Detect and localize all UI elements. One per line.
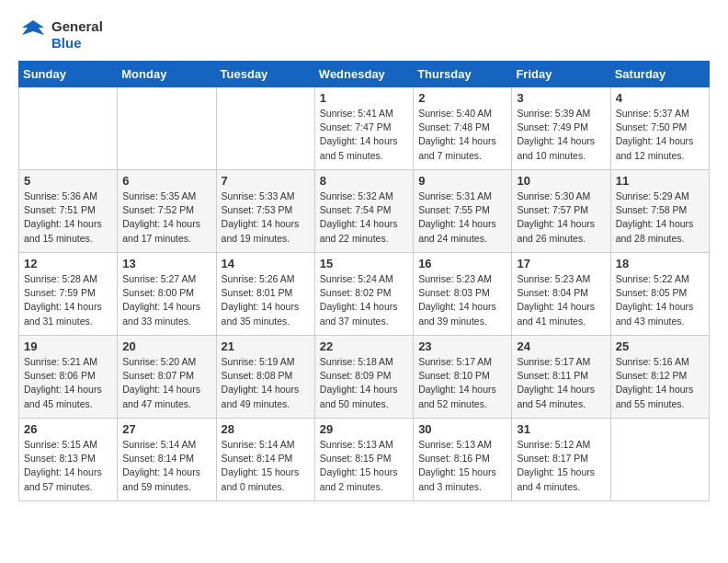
day-number: 7 bbox=[222, 174, 310, 188]
day-info: Sunrise: 5:24 AMSunset: 8:02 PMDaylight:… bbox=[320, 272, 408, 328]
day-info: Sunrise: 5:26 AMSunset: 8:01 PMDaylight:… bbox=[222, 272, 310, 328]
calendar-day-cell: 19Sunrise: 5:21 AMSunset: 8:06 PMDayligh… bbox=[19, 336, 118, 419]
calendar-day-cell: 13Sunrise: 5:27 AMSunset: 8:00 PMDayligh… bbox=[118, 253, 216, 336]
calendar-week-row: 1Sunrise: 5:41 AMSunset: 7:47 PMDaylight… bbox=[19, 87, 710, 170]
calendar-day-cell: 14Sunrise: 5:26 AMSunset: 8:01 PMDayligh… bbox=[216, 253, 314, 336]
day-info: Sunrise: 5:17 AMSunset: 8:10 PMDaylight:… bbox=[418, 355, 506, 411]
calendar-day-cell bbox=[118, 87, 216, 170]
calendar-day-cell: 29Sunrise: 5:13 AMSunset: 8:15 PMDayligh… bbox=[314, 419, 413, 501]
logo-bird-icon bbox=[18, 18, 48, 52]
calendar-day-cell: 1Sunrise: 5:41 AMSunset: 7:47 PMDaylight… bbox=[314, 87, 413, 170]
day-number: 3 bbox=[517, 91, 605, 105]
day-number: 17 bbox=[517, 257, 605, 270]
day-info: Sunrise: 5:21 AMSunset: 8:06 PMDaylight:… bbox=[24, 355, 112, 411]
day-number: 21 bbox=[222, 339, 310, 353]
day-info: Sunrise: 5:12 AMSunset: 8:17 PMDaylight:… bbox=[517, 438, 605, 494]
calendar-day-cell: 18Sunrise: 5:22 AMSunset: 8:05 PMDayligh… bbox=[610, 253, 709, 336]
calendar-day-cell bbox=[610, 419, 709, 501]
day-info: Sunrise: 5:32 AMSunset: 7:54 PMDaylight:… bbox=[320, 190, 408, 246]
day-info: Sunrise: 5:35 AMSunset: 7:52 PMDaylight:… bbox=[122, 190, 210, 246]
calendar-day-cell: 17Sunrise: 5:23 AMSunset: 8:04 PMDayligh… bbox=[512, 253, 610, 336]
day-info: Sunrise: 5:33 AMSunset: 7:53 PMDaylight:… bbox=[222, 190, 310, 246]
logo-text: General Blue bbox=[51, 18, 103, 52]
day-number: 18 bbox=[616, 257, 704, 270]
day-info: Sunrise: 5:36 AMSunset: 7:51 PMDaylight:… bbox=[24, 190, 112, 246]
calendar-day-cell: 5Sunrise: 5:36 AMSunset: 7:51 PMDaylight… bbox=[19, 170, 118, 253]
day-info: Sunrise: 5:14 AMSunset: 8:14 PMDaylight:… bbox=[222, 438, 310, 494]
day-number: 13 bbox=[122, 257, 210, 270]
day-number: 5 bbox=[24, 174, 112, 188]
calendar-day-cell: 30Sunrise: 5:13 AMSunset: 8:16 PMDayligh… bbox=[414, 419, 512, 501]
day-info: Sunrise: 5:30 AMSunset: 7:57 PMDaylight:… bbox=[517, 190, 605, 246]
day-number: 23 bbox=[418, 339, 506, 353]
day-info: Sunrise: 5:27 AMSunset: 8:00 PMDaylight:… bbox=[122, 272, 210, 328]
day-info: Sunrise: 5:19 AMSunset: 8:08 PMDaylight:… bbox=[222, 355, 310, 411]
day-number: 12 bbox=[24, 257, 112, 270]
calendar-day-cell bbox=[216, 87, 314, 170]
calendar-day-cell: 3Sunrise: 5:39 AMSunset: 7:49 PMDaylight… bbox=[512, 87, 610, 170]
day-number: 15 bbox=[320, 257, 408, 270]
calendar-day-cell: 15Sunrise: 5:24 AMSunset: 8:02 PMDayligh… bbox=[314, 253, 413, 336]
day-number: 10 bbox=[517, 174, 605, 188]
calendar-body: 1Sunrise: 5:41 AMSunset: 7:47 PMDaylight… bbox=[19, 87, 710, 501]
calendar-day-cell: 23Sunrise: 5:17 AMSunset: 8:10 PMDayligh… bbox=[414, 336, 512, 419]
day-info: Sunrise: 5:22 AMSunset: 8:05 PMDaylight:… bbox=[616, 272, 704, 328]
calendar-header-cell: Thursday bbox=[414, 62, 512, 87]
day-number: 25 bbox=[616, 339, 704, 353]
calendar-header-cell: Monday bbox=[118, 62, 216, 87]
day-number: 14 bbox=[222, 257, 310, 270]
day-info: Sunrise: 5:31 AMSunset: 7:55 PMDaylight:… bbox=[418, 190, 506, 246]
day-info: Sunrise: 5:40 AMSunset: 7:48 PMDaylight:… bbox=[418, 107, 506, 163]
day-info: Sunrise: 5:13 AMSunset: 8:15 PMDaylight:… bbox=[320, 438, 408, 494]
day-info: Sunrise: 5:23 AMSunset: 8:03 PMDaylight:… bbox=[418, 272, 506, 328]
calendar-day-cell: 20Sunrise: 5:20 AMSunset: 8:07 PMDayligh… bbox=[118, 336, 216, 419]
day-number: 24 bbox=[517, 339, 605, 353]
calendar-week-row: 5Sunrise: 5:36 AMSunset: 7:51 PMDaylight… bbox=[19, 170, 710, 253]
day-number: 20 bbox=[122, 339, 210, 353]
day-number: 9 bbox=[418, 174, 506, 188]
calendar-header-cell: Saturday bbox=[610, 62, 709, 87]
calendar-day-cell: 16Sunrise: 5:23 AMSunset: 8:03 PMDayligh… bbox=[414, 253, 512, 336]
day-info: Sunrise: 5:39 AMSunset: 7:49 PMDaylight:… bbox=[517, 107, 605, 163]
calendar-day-cell: 10Sunrise: 5:30 AMSunset: 7:57 PMDayligh… bbox=[512, 170, 610, 253]
calendar-day-cell: 7Sunrise: 5:33 AMSunset: 7:53 PMDaylight… bbox=[216, 170, 314, 253]
day-number: 30 bbox=[418, 422, 506, 436]
day-number: 1 bbox=[320, 91, 408, 105]
day-info: Sunrise: 5:37 AMSunset: 7:50 PMDaylight:… bbox=[616, 107, 704, 163]
day-info: Sunrise: 5:17 AMSunset: 8:11 PMDaylight:… bbox=[517, 355, 605, 411]
calendar-header-row: SundayMondayTuesdayWednesdayThursdayFrid… bbox=[19, 62, 710, 87]
day-number: 8 bbox=[320, 174, 408, 188]
day-info: Sunrise: 5:14 AMSunset: 8:14 PMDaylight:… bbox=[122, 438, 210, 494]
calendar-day-cell: 11Sunrise: 5:29 AMSunset: 7:58 PMDayligh… bbox=[610, 170, 709, 253]
day-info: Sunrise: 5:13 AMSunset: 8:16 PMDaylight:… bbox=[418, 438, 506, 494]
svg-marker-0 bbox=[22, 20, 44, 35]
calendar-header-cell: Sunday bbox=[19, 62, 118, 87]
calendar-header-cell: Wednesday bbox=[314, 62, 413, 87]
logo: General Blue bbox=[18, 18, 103, 52]
calendar-week-row: 19Sunrise: 5:21 AMSunset: 8:06 PMDayligh… bbox=[19, 336, 710, 419]
day-info: Sunrise: 5:16 AMSunset: 8:12 PMDaylight:… bbox=[616, 355, 704, 411]
day-info: Sunrise: 5:20 AMSunset: 8:07 PMDaylight:… bbox=[122, 355, 210, 411]
day-info: Sunrise: 5:41 AMSunset: 7:47 PMDaylight:… bbox=[320, 107, 408, 163]
day-info: Sunrise: 5:29 AMSunset: 7:58 PMDaylight:… bbox=[616, 190, 704, 246]
day-info: Sunrise: 5:18 AMSunset: 8:09 PMDaylight:… bbox=[320, 355, 408, 411]
calendar-day-cell bbox=[19, 87, 118, 170]
day-number: 2 bbox=[418, 91, 506, 105]
day-number: 11 bbox=[616, 174, 704, 188]
calendar-day-cell: 22Sunrise: 5:18 AMSunset: 8:09 PMDayligh… bbox=[314, 336, 413, 419]
calendar-day-cell: 6Sunrise: 5:35 AMSunset: 7:52 PMDaylight… bbox=[118, 170, 216, 253]
calendar-table: SundayMondayTuesdayWednesdayThursdayFrid… bbox=[18, 61, 710, 501]
day-number: 31 bbox=[517, 422, 605, 436]
header: General Blue bbox=[18, 18, 710, 52]
calendar-day-cell: 24Sunrise: 5:17 AMSunset: 8:11 PMDayligh… bbox=[512, 336, 610, 419]
logo-container: General Blue bbox=[18, 18, 103, 52]
logo-general: General bbox=[51, 18, 103, 35]
calendar-day-cell: 21Sunrise: 5:19 AMSunset: 8:08 PMDayligh… bbox=[216, 336, 314, 419]
day-number: 29 bbox=[320, 422, 408, 436]
calendar-week-row: 12Sunrise: 5:28 AMSunset: 7:59 PMDayligh… bbox=[19, 253, 710, 336]
day-info: Sunrise: 5:28 AMSunset: 7:59 PMDaylight:… bbox=[24, 272, 112, 328]
day-number: 28 bbox=[222, 422, 310, 436]
day-info: Sunrise: 5:23 AMSunset: 8:04 PMDaylight:… bbox=[517, 272, 605, 328]
calendar-day-cell: 8Sunrise: 5:32 AMSunset: 7:54 PMDaylight… bbox=[314, 170, 413, 253]
calendar-day-cell: 12Sunrise: 5:28 AMSunset: 7:59 PMDayligh… bbox=[19, 253, 118, 336]
